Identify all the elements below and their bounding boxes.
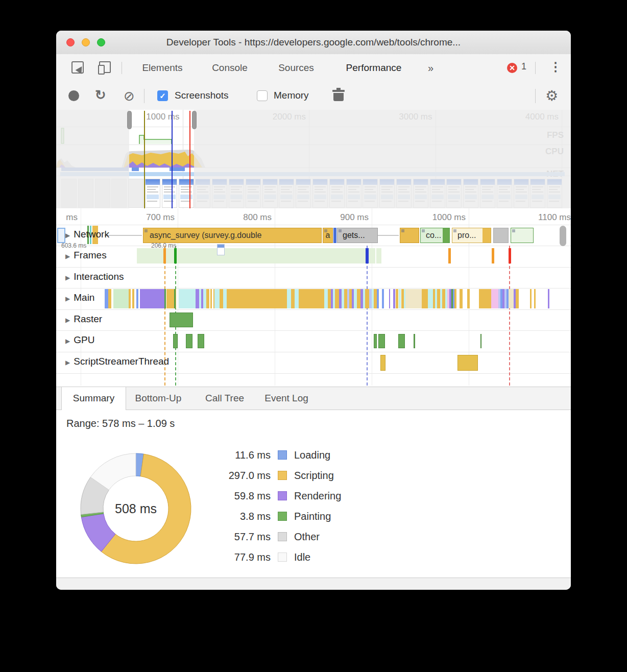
filmstrip-frame[interactable] bbox=[162, 179, 177, 208]
main-flame-segment[interactable] bbox=[210, 289, 212, 308]
device-toolbar-icon[interactable] bbox=[99, 61, 111, 73]
tab-console[interactable]: Console bbox=[202, 54, 258, 82]
memory-label[interactable]: Memory bbox=[274, 90, 309, 101]
main-flame-segment[interactable] bbox=[399, 289, 401, 308]
frames-band[interactable] bbox=[376, 248, 381, 263]
timeline-overview[interactable]: 1000 ms2000 ms3000 ms4000 msFPSCPUNET bbox=[56, 110, 571, 208]
main-flame-segment[interactable] bbox=[324, 289, 328, 308]
main-flame-segment[interactable] bbox=[227, 289, 287, 308]
main-flame-segment[interactable] bbox=[105, 289, 108, 308]
reload-and-profile-button[interactable]: ↻ bbox=[95, 87, 106, 103]
tab-sources[interactable]: Sources bbox=[268, 54, 324, 82]
filmstrip-frame[interactable] bbox=[145, 179, 160, 208]
tab-call-tree[interactable]: Call Tree bbox=[198, 387, 251, 410]
main-flame-segment[interactable] bbox=[287, 289, 291, 308]
main-flame-segment[interactable] bbox=[113, 289, 129, 308]
frames-band[interactable] bbox=[137, 248, 375, 263]
frame-marker[interactable] bbox=[163, 248, 166, 263]
main-flame-segment[interactable] bbox=[428, 289, 433, 308]
main-flame-segment[interactable] bbox=[382, 289, 384, 308]
main-flame-segment[interactable] bbox=[179, 289, 196, 308]
main-flame-segment[interactable] bbox=[108, 289, 111, 308]
script-streamer-bar[interactable] bbox=[457, 355, 478, 371]
main-flame-segment[interactable] bbox=[291, 289, 295, 308]
gpu-task-bar[interactable] bbox=[398, 334, 405, 348]
script-streamer-bar[interactable] bbox=[380, 355, 385, 371]
main-flame-segment[interactable] bbox=[174, 289, 176, 308]
error-count[interactable]: 1 bbox=[521, 61, 526, 72]
screenshots-label[interactable]: Screenshots bbox=[175, 90, 229, 101]
flame-chart[interactable]: ms700 ms800 ms900 ms1000 ms1100 ms603.6 … bbox=[56, 208, 571, 386]
gpu-task-bar[interactable] bbox=[198, 334, 204, 348]
tab-performance[interactable]: Performance bbox=[333, 54, 415, 82]
frame-marker[interactable] bbox=[448, 248, 451, 263]
main-flame-segment[interactable] bbox=[396, 289, 398, 308]
gpu-task-bar[interactable] bbox=[378, 334, 385, 348]
frame-marker[interactable] bbox=[492, 248, 494, 263]
tab-elements[interactable]: Elements bbox=[132, 54, 193, 82]
screenshots-checkbox[interactable]: ✓ bbox=[157, 90, 168, 101]
disclosure-triangle-icon[interactable]: ▶ bbox=[65, 295, 70, 302]
capture-settings-gear-icon[interactable]: ⚙ bbox=[545, 87, 558, 104]
network-request-bar[interactable]: gets... bbox=[337, 228, 378, 243]
main-flame-segment[interactable] bbox=[357, 289, 360, 308]
disclosure-triangle-icon[interactable]: ▶ bbox=[65, 317, 70, 324]
more-tabs-chevron[interactable]: » bbox=[428, 54, 433, 82]
network-request-bar[interactable]: a bbox=[323, 228, 333, 243]
main-flame-segment[interactable] bbox=[223, 289, 227, 308]
record-button[interactable] bbox=[68, 90, 79, 101]
main-flame-segment[interactable] bbox=[129, 289, 131, 308]
inspect-element-icon[interactable] bbox=[71, 61, 84, 74]
main-flame-segment[interactable] bbox=[377, 289, 379, 308]
frames-thumbnail-icon[interactable] bbox=[217, 244, 225, 255]
network-request-bar[interactable]: co... bbox=[420, 228, 450, 243]
tab-bottom-up[interactable]: Bottom-Up bbox=[125, 387, 191, 410]
selection-handle-right[interactable] bbox=[192, 111, 197, 129]
trash-icon[interactable] bbox=[333, 89, 344, 101]
memory-checkbox[interactable] bbox=[257, 90, 268, 101]
main-flame-segment[interactable] bbox=[132, 289, 134, 308]
network-request-bar[interactable]: async_survey (survey.g.double bbox=[143, 228, 322, 243]
disclosure-triangle-icon[interactable]: ▶ bbox=[65, 338, 70, 345]
tab-summary[interactable]: Summary bbox=[61, 387, 126, 410]
gpu-task-bar[interactable] bbox=[374, 334, 377, 348]
gpu-task-bar[interactable] bbox=[186, 334, 192, 348]
main-flame-segment[interactable] bbox=[393, 289, 395, 308]
tab-event-log[interactable]: Event Log bbox=[256, 387, 317, 410]
main-flame-segment[interactable] bbox=[454, 289, 456, 308]
main-flame-segment[interactable] bbox=[196, 289, 199, 308]
main-flame-segment[interactable] bbox=[422, 289, 428, 308]
frame-marker[interactable] bbox=[174, 248, 177, 263]
main-flame-segment[interactable] bbox=[509, 289, 514, 308]
network-request-bar[interactable] bbox=[57, 228, 65, 243]
main-flame-segment[interactable] bbox=[548, 289, 549, 308]
main-flame-segment[interactable] bbox=[295, 289, 299, 308]
disclosure-triangle-icon[interactable]: ▶ bbox=[65, 253, 70, 260]
main-flame-segment[interactable] bbox=[299, 289, 324, 308]
gpu-task-bar[interactable] bbox=[414, 334, 415, 348]
main-flame-segment[interactable] bbox=[140, 289, 164, 308]
filmstrip-frame[interactable] bbox=[179, 179, 194, 208]
frame-marker[interactable] bbox=[366, 248, 369, 263]
network-request-bar[interactable]: pro... bbox=[452, 228, 491, 243]
main-flame-segment[interactable] bbox=[516, 289, 519, 308]
main-flame-segment[interactable] bbox=[534, 289, 536, 308]
flame-scrollbar-thumb[interactable] bbox=[560, 226, 566, 246]
kebab-menu-icon[interactable]: ⋮ bbox=[549, 60, 562, 74]
error-badge-icon[interactable]: ✕ bbox=[507, 63, 517, 73]
title-bar[interactable]: Developer Tools - https://developers.goo… bbox=[56, 31, 571, 55]
clear-button[interactable]: ⊘ bbox=[124, 88, 135, 104]
main-flame-segment[interactable] bbox=[389, 289, 390, 308]
frame-marker[interactable] bbox=[509, 248, 511, 263]
main-flame-segment[interactable] bbox=[164, 289, 166, 308]
main-flame-segment[interactable] bbox=[405, 289, 422, 308]
main-flame-segment[interactable] bbox=[136, 289, 138, 308]
main-flame-segment[interactable] bbox=[530, 289, 532, 308]
main-flame-segment[interactable] bbox=[206, 289, 209, 308]
main-flame-segment[interactable] bbox=[491, 289, 498, 308]
gpu-task-bar[interactable] bbox=[480, 334, 481, 348]
main-flame-segment[interactable] bbox=[460, 289, 463, 308]
network-request-bar[interactable] bbox=[511, 228, 534, 243]
network-request-bar[interactable] bbox=[400, 228, 419, 243]
gpu-task-bar[interactable] bbox=[173, 334, 178, 348]
